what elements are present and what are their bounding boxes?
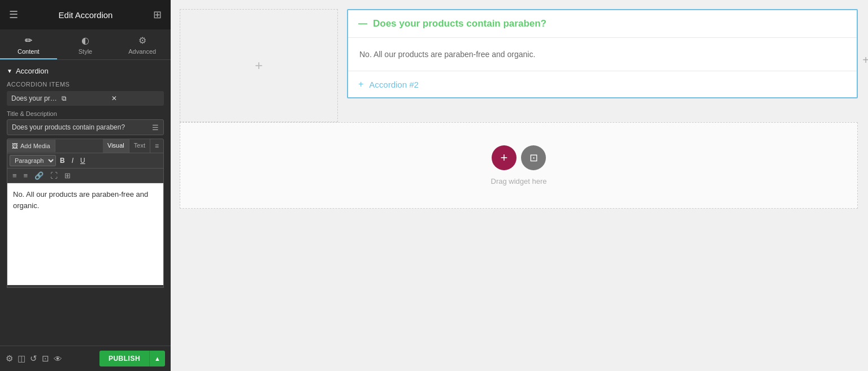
kitchen-sink-icon[interactable]: ≡ <box>150 139 163 153</box>
editor-extra-bar: ≡ ≡ 🔗 ⛶ ⊞ <box>7 169 163 183</box>
eye-icon[interactable]: 👁 <box>54 354 62 364</box>
accordion-item-1-header[interactable]: — Does your products contain paraben? <box>348 10 857 38</box>
accordion-minus-icon: — <box>358 19 367 29</box>
sidebar-header: ☰ Edit Accordion ⊞ <box>0 0 171 29</box>
template-button[interactable]: ⊡ <box>521 145 546 170</box>
add-widget-button[interactable]: + <box>492 145 517 170</box>
drop-zone-text: Drag widget here <box>491 177 547 186</box>
accordion-item-2[interactable]: + Accordion #2 <box>348 71 857 97</box>
tab-content[interactable]: ✏ Content <box>0 29 57 59</box>
accordion-item-label: Does your products contain... <box>11 94 59 102</box>
editor-toolbar: 🖼 Add Media Visual Text ≡ Paragraph <box>7 139 164 288</box>
sidebar-footer: ⚙ ◫ ↺ ⊡ 👁 PUBLISH ▲ <box>0 346 171 371</box>
tab-advanced[interactable]: ⚙ Advanced <box>114 29 171 59</box>
align-left-button[interactable]: ≡ <box>10 170 20 181</box>
paragraph-select[interactable]: Paragraph <box>10 155 56 166</box>
accordion-section: — Does your products contain paraben? No… <box>347 9 858 113</box>
align-right-button[interactable]: ≡ <box>21 170 31 181</box>
caret-down-icon: ▼ <box>7 68 12 74</box>
editor-top-bar: 🖼 Add Media Visual Text ≡ <box>7 139 163 153</box>
history-icon[interactable]: ↺ <box>30 353 37 364</box>
editor-format-bar: Paragraph B I U <box>7 153 163 169</box>
copy-icon[interactable]: ⧉ <box>62 94 110 102</box>
visual-tab[interactable]: Visual <box>103 139 129 153</box>
advanced-tab-icon: ⚙ <box>138 35 146 46</box>
tab-style[interactable]: ◐ Style <box>57 29 114 59</box>
sidebar-content: ▼ Accordion Accordion Items Does your pr… <box>0 60 171 346</box>
responsive-icon[interactable]: ⊡ <box>42 353 49 364</box>
accordion-item-row[interactable]: Does your products contain... ⧉ ✕ <box>7 91 164 106</box>
content-row: + — Does your products contain paraben? … <box>180 9 858 122</box>
grid-icon[interactable]: ⊞ <box>153 8 162 21</box>
table-button[interactable]: ⊞ <box>62 170 73 181</box>
main-content: + — Does your products contain paraben? … <box>171 0 868 371</box>
canvas-area: + — Does your products contain paraben? … <box>180 9 858 209</box>
add-media-button[interactable]: 🖼 Add Media <box>7 140 55 152</box>
add-right-button[interactable]: + <box>862 54 868 67</box>
accordion-item-1-title: Does your products contain paraben? <box>373 18 546 29</box>
accordion-plus-icon: + <box>358 79 363 89</box>
left-section[interactable]: + <box>180 9 338 122</box>
title-input[interactable] <box>7 120 147 135</box>
italic-button[interactable]: I <box>69 156 76 166</box>
link-button[interactable]: 🔗 <box>32 170 46 181</box>
fullscreen-button[interactable]: ⛶ <box>47 170 60 181</box>
publish-dropdown-button[interactable]: ▲ <box>149 351 165 366</box>
drop-zone-buttons: + ⊡ <box>492 145 546 170</box>
sidebar: ☰ Edit Accordion ⊞ ✏ Content ◐ Style ⚙ A… <box>0 0 171 371</box>
accordion-section-toggle[interactable]: ▼ Accordion <box>7 67 164 75</box>
bold-button[interactable]: B <box>57 156 68 166</box>
items-section-label: Accordion Items <box>7 81 164 88</box>
sidebar-tabs: ✏ Content ◐ Style ⚙ Advanced <box>0 29 171 60</box>
add-media-label: Add Media <box>20 143 50 149</box>
underline-button[interactable]: U <box>77 156 88 166</box>
style-tab-label: Style <box>79 48 92 55</box>
accordion-section-label: Accordion <box>16 67 49 75</box>
content-tab-label: Content <box>18 48 40 55</box>
advanced-tab-label: Advanced <box>128 48 156 55</box>
hamburger-icon[interactable]: ☰ <box>9 8 18 21</box>
settings-icon[interactable]: ⚙ <box>6 353 13 364</box>
media-icon: 🖼 <box>12 143 18 149</box>
publish-button[interactable]: PUBLISH <box>99 351 149 366</box>
editor-view-tabs: Visual Text ≡ <box>103 139 163 153</box>
accordion-widget: — Does your products contain paraben? No… <box>347 9 858 98</box>
text-tab[interactable]: Text <box>129 139 150 153</box>
style-tab-icon: ◐ <box>81 35 89 46</box>
editor-textarea[interactable]: No. All our products are paraben-free an… <box>7 183 163 285</box>
list-icon[interactable]: ☰ <box>147 123 163 132</box>
accordion-item-1-body: No. All our products are paraben-free an… <box>348 38 857 71</box>
title-input-row: ☰ <box>7 119 164 135</box>
page-title: Edit Accordion <box>59 10 113 20</box>
accordion-item-2-title: Accordion #2 <box>369 80 419 89</box>
drop-zone: + ⊡ Drag widget here <box>180 122 858 209</box>
add-section-icon[interactable]: + <box>255 58 263 74</box>
layers-icon[interactable]: ◫ <box>18 353 25 364</box>
content-tab-icon: ✏ <box>25 35 32 46</box>
publish-group: PUBLISH ▲ <box>99 351 165 366</box>
title-desc-label: Title & Description <box>7 110 164 117</box>
close-icon[interactable]: ✕ <box>111 94 159 102</box>
